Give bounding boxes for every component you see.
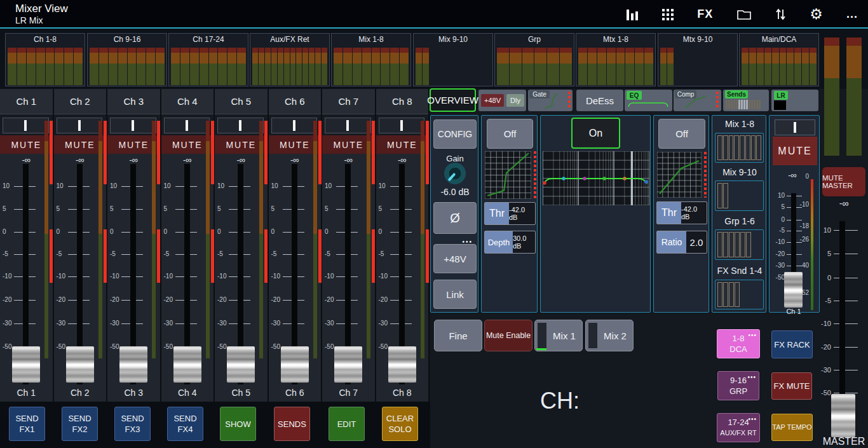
meter-bridge-section[interactable]: Mtx 1-8 (576, 33, 656, 86)
fader-handle[interactable] (227, 346, 255, 383)
routing-icon[interactable] (775, 8, 786, 21)
send-bar (740, 232, 745, 257)
sends-button[interactable]: SENDS (274, 407, 310, 441)
overview-button[interactable]: OVERVIEW (430, 88, 476, 112)
meter-bar (90, 48, 98, 85)
scale-tick (834, 230, 858, 231)
mute-enable-button[interactable]: Mute Enable (484, 320, 532, 351)
send-group-meter[interactable] (715, 133, 764, 163)
edit-button[interactable]: EDIT (329, 407, 365, 441)
send-mini-bar (728, 100, 730, 109)
mix2-button[interactable]: Mix 2 (585, 320, 634, 351)
scale-label: -10 (3, 273, 14, 280)
meter-bridge-section[interactable]: Ch 17-24 (168, 33, 248, 86)
deess-panel[interactable]: DeEss (576, 90, 623, 111)
eq-panel[interactable]: EQ (625, 90, 672, 111)
eq-state-button[interactable]: On (571, 118, 620, 149)
settings-icon[interactable]: ⚙ (810, 6, 823, 23)
scale-label: -10 (271, 273, 283, 280)
send-group-label: Mix 9-10 (712, 167, 767, 179)
meter-scale-label: -18 (794, 222, 809, 230)
meter-bridge-section[interactable]: Main/DCA (739, 33, 819, 86)
comp-threshold-row[interactable]: Thr -42.0 dB (656, 201, 707, 224)
delay-chip: Dly (506, 94, 524, 107)
send-fx3-button[interactable]: SENDFX3 (114, 407, 151, 441)
9-16-grp-button[interactable]: 9-16GRP••• (717, 371, 759, 400)
bottom-left-buttons: SENDFX1SENDFX2SENDFX3SENDFX4SHOWSENDSEDI… (0, 402, 430, 448)
gate-state-button[interactable]: Off (487, 119, 533, 149)
meter-bridge-section[interactable]: Mtx 9-10 (658, 33, 738, 86)
mix1-button[interactable]: Mix 1 (534, 320, 583, 351)
fader-handle[interactable] (173, 346, 201, 383)
show-button[interactable]: SHOW (220, 407, 256, 441)
gain-knob[interactable] (444, 163, 466, 184)
meter-bridge-section[interactable]: Mix 9-10 (413, 33, 493, 86)
taptempo-button[interactable]: TAP TEMPO (771, 414, 813, 441)
meter-bar (742, 48, 749, 85)
fx-button[interactable]: FX (697, 8, 713, 21)
channel-meter-segment (426, 121, 429, 184)
phase-button[interactable]: Ø (433, 202, 477, 234)
send-fx2-button[interactable]: SENDFX2 (62, 407, 98, 441)
channel-meter (811, 179, 813, 310)
comp-ratio-row[interactable]: Ratio 2.0 (656, 231, 707, 254)
lr-panel[interactable]: LR (771, 90, 818, 111)
fader-handle[interactable] (281, 346, 309, 383)
meter-bridge-section-label: Mix 9-10 (414, 35, 492, 46)
sends-panel[interactable]: Sends (723, 90, 769, 111)
channel-meter-zones (44, 121, 48, 358)
phantom-button[interactable]: +48V (433, 244, 477, 273)
meter-bar (597, 48, 606, 85)
comp-state-button[interactable]: Off (658, 119, 705, 149)
folder-icon[interactable] (736, 8, 752, 20)
meter-bridge-section[interactable]: Grp (494, 33, 574, 86)
config-button[interactable]: CONFIG (433, 119, 477, 149)
meter-bridge-section[interactable]: Mix 1-8 (331, 33, 411, 86)
17-24-auxfxrt-button[interactable]: 17-24AUX/FX RT••• (717, 413, 760, 442)
meter-bar (423, 48, 429, 85)
fxmute-button[interactable]: FX MUTE (771, 372, 812, 400)
meter-bar (547, 48, 559, 85)
meter-bar (334, 48, 342, 85)
apps-grid-icon[interactable] (662, 9, 674, 20)
gate-depth-row[interactable]: Depth 30.0 dB (484, 231, 536, 254)
channel-meter-segment (157, 229, 160, 283)
clear-solo-button[interactable]: CLEARSOLO (382, 407, 418, 441)
scale-label: -30 (3, 320, 14, 327)
scale-label: -30 (379, 320, 390, 327)
gate-threshold-row[interactable]: Thr -42.0 dB (484, 202, 536, 225)
meters-icon[interactable] (626, 8, 639, 21)
fader-handle[interactable] (12, 346, 40, 383)
fine-button[interactable]: Fine (434, 320, 482, 351)
fader-handle[interactable] (831, 394, 855, 437)
send-mini-bar (736, 100, 738, 109)
meter-bar (146, 48, 155, 85)
meter-bridge-section[interactable]: Ch 9-16 (87, 33, 167, 86)
fader-handle[interactable] (334, 346, 362, 383)
1-8-dca-button[interactable]: 1-8DCA••• (717, 329, 760, 358)
meter-bridge-section-label: Ch 1-8 (6, 35, 85, 46)
meter-bridge-section[interactable]: Aux/FX Ret (250, 33, 330, 86)
fader-handle[interactable] (388, 346, 416, 383)
more-icon[interactable]: ... (846, 8, 858, 21)
fader-handle[interactable] (66, 346, 94, 383)
scale-label: 5 (271, 205, 283, 213)
send-fx1-button[interactable]: SENDFX1 (9, 407, 45, 441)
send-group-meter[interactable] (715, 280, 764, 309)
meter-bridge-section[interactable]: Ch 1-8 (5, 33, 85, 86)
comp-panel[interactable]: Comp (674, 90, 721, 111)
channel-name: Ch 8 (376, 388, 429, 399)
fader-handle[interactable] (119, 346, 147, 383)
send-group-meter[interactable] (715, 180, 764, 211)
send-fx4-button[interactable]: SENDFX4 (167, 407, 203, 441)
scale-label: -20 (3, 296, 14, 304)
input-panel[interactable]: +48V Dly (478, 90, 526, 111)
meter-bar (560, 48, 572, 85)
gate-panel[interactable]: Gate (528, 90, 573, 111)
meter-bars (742, 48, 817, 85)
link-button[interactable]: Link (433, 280, 477, 309)
send-group-meter[interactable] (715, 229, 764, 260)
fxrack-button[interactable]: FX RACK (771, 330, 813, 358)
meter-bar (534, 48, 546, 85)
top-bar: Mixer View LR Mix FX ⚙ ... (0, 0, 868, 29)
